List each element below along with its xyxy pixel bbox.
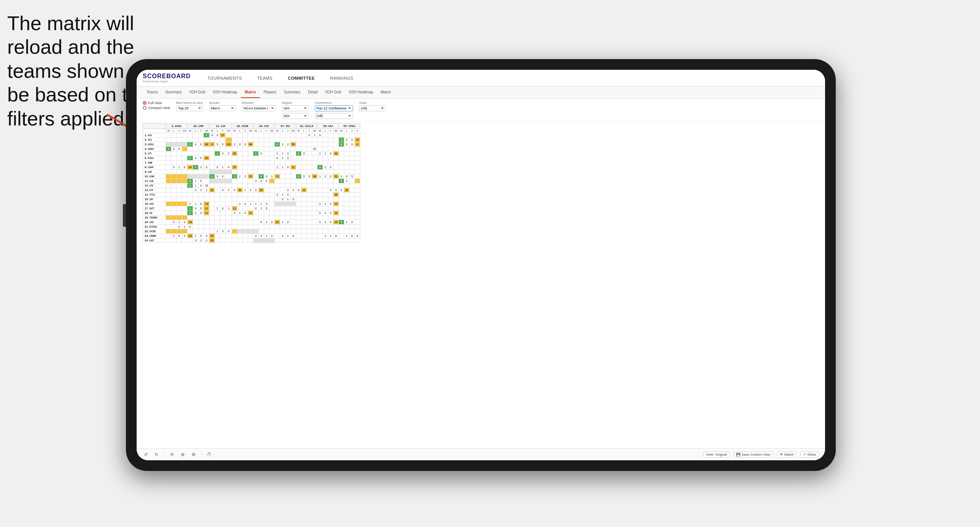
cell-17-8	[210, 211, 215, 215]
share-btn[interactable]: ↗ Share	[800, 451, 819, 458]
cell-10-7	[204, 179, 210, 183]
cell-3-6	[198, 147, 204, 151]
cell-6-26	[306, 161, 312, 165]
cell-12-9	[215, 188, 220, 193]
cell-9-15: 32	[248, 174, 253, 179]
full-view-radio[interactable]: Full View	[143, 101, 170, 105]
sub-nav-summary-1[interactable]: Summary	[161, 87, 185, 98]
team-label: Team	[359, 101, 386, 104]
cell-17-30: 0	[328, 211, 333, 215]
conference-select[interactable]: Pac-12 Conference (All)	[315, 105, 353, 111]
cell-16-16: 0	[253, 206, 258, 211]
watch-btn[interactable]: 👁 Watch	[777, 451, 796, 458]
cell-10-34	[349, 179, 355, 183]
cell-4-3	[182, 151, 187, 156]
clock-icon[interactable]: ⏱	[206, 451, 212, 458]
compact-view-radio[interactable]: Compact View	[143, 106, 170, 110]
cell-4-12: 35	[232, 151, 237, 156]
cell-22-23: 0	[290, 234, 296, 238]
cell-11-26	[306, 183, 312, 188]
cell-18-9	[215, 215, 220, 220]
cell-11-5: 1	[193, 183, 198, 188]
cell-3-3	[182, 147, 187, 151]
sub-nav-matrix-2[interactable]: Matrix	[377, 87, 395, 98]
undo-icon[interactable]: ↺	[143, 451, 149, 458]
settings-icon[interactable]: ⚙	[190, 451, 197, 458]
refresh-icon[interactable]: ⟳	[169, 451, 175, 458]
cell-10-12	[232, 179, 237, 183]
save-custom-btn[interactable]: 💾 Save Custom View	[733, 451, 773, 458]
max-teams-select[interactable]: Top 25 Top 10 Top 50	[176, 105, 203, 111]
cell-15-22	[285, 202, 290, 206]
region-select[interactable]: N/A	[282, 105, 309, 111]
cell-12-14: 1	[242, 188, 248, 193]
cell-11-22	[285, 183, 290, 188]
cell-12-20	[274, 188, 280, 193]
cell-2-32: 0	[338, 142, 344, 147]
cell-21-0	[166, 229, 171, 234]
cell-18-18	[264, 215, 269, 220]
matrix-content[interactable]: 3. ASU 10. UW 11. UA 22. UCB 24. UO 27. …	[137, 122, 825, 448]
view-original-btn[interactable]: View: Original	[703, 451, 730, 458]
asu-l: L	[171, 129, 177, 133]
cell-0-24	[296, 133, 301, 138]
cell-17-5: 0	[193, 211, 198, 215]
cell-1-34: 0	[349, 138, 355, 142]
cell-3-16	[253, 147, 258, 151]
cell-9-10: 0	[220, 174, 226, 179]
nav-teams[interactable]: TEAMS	[254, 74, 276, 82]
cell-7-6: 2	[198, 165, 204, 170]
tablet-screen: SCOREBOARD Powered by clippd TOURNAMENTS…	[137, 70, 825, 460]
cell-23-16	[253, 238, 258, 243]
cell-0-6	[198, 133, 204, 138]
cell-6-20	[274, 161, 280, 165]
row-label-14: 15. UF	[143, 197, 166, 202]
sub-nav-players[interactable]: Players	[260, 87, 280, 98]
sub-nav-matrix-1[interactable]: Matrix	[241, 87, 260, 98]
compact-view-dot	[143, 106, 147, 110]
nav-committee[interactable]: COMMITTEE	[285, 74, 318, 82]
cell-2-19	[269, 142, 274, 147]
cell-9-12: 1	[232, 174, 237, 179]
division-select[interactable]: NCAA Division I NCAA Division II	[242, 105, 276, 111]
cell-8-4	[187, 170, 193, 174]
cell-15-32	[338, 202, 344, 206]
cell-19-19: 0	[269, 220, 274, 225]
cell-20-11	[226, 225, 232, 229]
cell-17-6: 0	[198, 211, 204, 215]
ucla-t: T	[306, 129, 312, 133]
nav-rankings[interactable]: RANKINGS	[327, 74, 356, 82]
cell-11-20	[274, 183, 280, 188]
cell-5-28	[317, 156, 322, 161]
team-select[interactable]: (All)	[359, 105, 386, 111]
cell-21-32	[338, 229, 344, 234]
col-header-uu: 54. UU	[317, 124, 338, 129]
cell-0-16	[253, 133, 258, 138]
cell-21-14	[242, 229, 248, 234]
conference-select-2[interactable]: (All)	[315, 113, 353, 119]
sub-nav-h2h-heatmap-2[interactable]: H2H Heatmap	[345, 87, 377, 98]
cell-20-15	[248, 225, 253, 229]
filter-conference: Conference Pac-12 Conference (All) (All)	[315, 101, 353, 119]
row-label-6: 7. UM	[143, 161, 166, 165]
cell-6-21	[280, 161, 285, 165]
gender-select[interactable]: Men's Women's	[209, 105, 236, 111]
cell-17-15: 11	[248, 211, 253, 215]
redo-icon[interactable]: ↻	[153, 451, 160, 458]
sub-nav-summary-2[interactable]: Summary	[280, 87, 304, 98]
sub-nav-detail[interactable]: Detail	[304, 87, 322, 98]
sub-nav-teams[interactable]: Teams	[143, 87, 161, 98]
sub-nav-h2h-grid-2[interactable]: H2H Grid	[321, 87, 345, 98]
cell-15-17: 1	[258, 202, 264, 206]
region-select-2[interactable]: N/A	[282, 113, 309, 119]
cell-14-2	[177, 197, 182, 202]
cell-23-0	[166, 238, 171, 243]
cell-2-17	[258, 142, 264, 147]
sub-nav-h2h-grid-1[interactable]: H2H Grid	[185, 87, 209, 98]
filter-gender: Gender Men's Women's	[209, 101, 236, 111]
zoom-icon[interactable]: ⊕	[180, 451, 186, 458]
nav-tournaments[interactable]: TOURNAMENTS	[205, 74, 245, 82]
cell-22-19: 0	[269, 234, 274, 238]
cell-0-31	[333, 133, 338, 138]
sub-nav-h2h-heatmap-1[interactable]: H2H Heatmap	[209, 87, 241, 98]
